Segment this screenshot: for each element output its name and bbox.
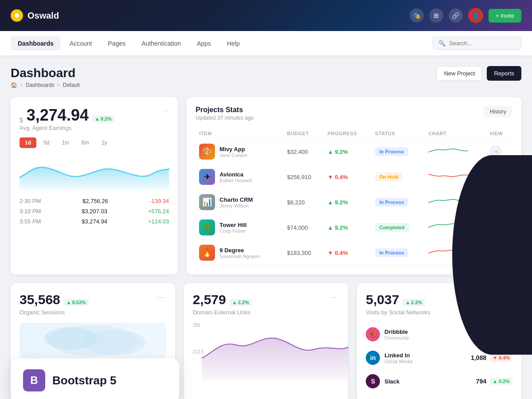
budget-cell-0: $32,400 xyxy=(283,139,324,164)
view-cell-2[interactable]: → xyxy=(486,190,512,215)
col-budget: BUDGET xyxy=(283,128,324,139)
logo-text: Oswald xyxy=(27,11,59,21)
time-tab-1y[interactable]: 1y xyxy=(96,137,113,148)
time-tab-5d[interactable]: 5d xyxy=(38,137,55,148)
social-badge: ▲ 2.2% xyxy=(403,299,425,306)
col-chart: CHART xyxy=(425,128,486,139)
earnings-more-icon[interactable]: ··· xyxy=(162,106,169,115)
breadcrumb: 🏠 > Dashboards > Default xyxy=(11,82,80,88)
time-tab-6m[interactable]: 6m xyxy=(76,137,94,148)
time-3: 3:55 PM xyxy=(20,218,41,225)
progress-cell-3: ▲ 9.2% xyxy=(324,215,372,240)
earnings-row-3: 3:55 PM $3,274.94 +124.03 xyxy=(20,218,169,225)
domain-amount: 2,579 xyxy=(193,292,226,307)
earnings-chart xyxy=(20,155,169,191)
social-count-0: 579 xyxy=(476,331,486,338)
earnings-amount: 3,274.94 xyxy=(27,106,89,125)
time-1: 2:30 PM xyxy=(20,198,41,204)
view-button-3[interactable]: → xyxy=(489,221,502,234)
social-left-1: in Linked In Social Media xyxy=(366,351,412,365)
item-name-2: Charto CRM xyxy=(219,196,253,203)
tab-account[interactable]: Account xyxy=(63,36,99,51)
reports-button[interactable]: Reports xyxy=(487,66,521,81)
domain-badge: ▲ 2.2% xyxy=(230,299,252,306)
social-item-1: in Linked In Social Media 1,088 ▼ 0.4% xyxy=(366,346,512,370)
item-name-1: Avionica xyxy=(219,171,252,178)
col-status: STATUS xyxy=(372,128,425,139)
page-content: Dashboard 🏠 > Dashboards > Default New P… xyxy=(0,55,532,399)
tab-apps[interactable]: Apps xyxy=(190,36,218,51)
status-cell-0: In Process xyxy=(372,139,425,164)
breadcrumb-dashboards[interactable]: Dashboards xyxy=(26,82,55,88)
view-button-2[interactable]: → xyxy=(489,196,502,208)
domain-more-button[interactable]: ··· xyxy=(329,292,339,303)
progress-cell-1: ▼ 0.4% xyxy=(324,164,372,190)
layout-icon[interactable]: ⊞ xyxy=(429,8,443,23)
col-progress: PROGRESS xyxy=(324,128,372,139)
search-input[interactable] xyxy=(449,40,516,47)
page-title-section: Dashboard 🏠 > Dashboards > Default xyxy=(11,66,80,88)
tab-authentication[interactable]: Authentication xyxy=(134,36,188,51)
domain-label: Domain External Links xyxy=(193,309,340,316)
view-button-1[interactable]: → xyxy=(489,171,502,183)
projects-table: ITEM BUDGET PROGRESS STATUS CHART VIEW 🎨… xyxy=(196,128,512,266)
currency-symbol: $ xyxy=(20,117,23,124)
social-count-1: 1,088 xyxy=(471,354,486,361)
sessions-more-button[interactable]: ··· xyxy=(156,292,166,303)
projects-subtitle: Updated 37 minutes ago xyxy=(196,115,254,121)
bootstrap-text: Bootstrap 5 xyxy=(52,374,116,387)
item-name-3: Tower Hill xyxy=(219,222,246,228)
social-label: Visits by Social Networks xyxy=(366,309,512,316)
view-cell-1[interactable]: → xyxy=(486,164,512,190)
change-3: +124.03 xyxy=(148,218,169,225)
social-left-0: 🏀 Dribbble Community xyxy=(366,327,409,341)
status-cell-1: On Hold xyxy=(372,164,425,190)
tab-pages[interactable]: Pages xyxy=(101,36,133,51)
history-button[interactable]: History xyxy=(484,106,512,117)
progress-cell-4: ▼ 0.4% xyxy=(324,240,372,266)
status-cell-4: In Process xyxy=(372,240,425,266)
share-icon[interactable]: 🔗 xyxy=(449,8,463,23)
progress-cell-2: ▲ 9.2% xyxy=(324,190,372,215)
new-project-button[interactable]: New Project xyxy=(436,66,482,81)
social-networks-card: ··· 5,037 ▲ 2.2% Visits by Social Networ… xyxy=(357,283,521,399)
item-sub-1: Esther Howard xyxy=(219,178,252,183)
bootstrap-overlay: B Bootstrap 5 xyxy=(11,359,179,399)
view-button-0[interactable]: → xyxy=(489,145,502,158)
social-item-0: 🏀 Dribbble Community 579 ▲ 2.6% xyxy=(366,323,512,346)
breadcrumb-default: Default xyxy=(63,82,80,88)
bottom-cards-row: ··· 35,568 ▲ 8.02% Organic Sessions Cana… xyxy=(11,283,521,399)
table-row: 📊 Charto CRM Jenny Wilson $8,220 ▲ 9.2% … xyxy=(196,190,512,215)
view-cell-0[interactable]: → xyxy=(486,139,512,164)
status-cell-2: In Process xyxy=(372,190,425,215)
social-more-button[interactable]: ··· xyxy=(502,292,512,303)
change-2: +576.24 xyxy=(148,208,169,215)
domain-chart: 250 212.5 xyxy=(193,323,340,380)
domain-amount-row: 2,579 ▲ 2.2% xyxy=(193,292,329,309)
item-sub-0: Jane Cooper xyxy=(219,153,247,158)
view-cell-3[interactable]: → xyxy=(486,215,512,240)
social-right-2: 794 ▲ 0.2% xyxy=(476,378,512,385)
table-row: ✈ Avionica Esther Howard $256,910 ▼ 0.4%… xyxy=(196,164,512,190)
budget-cell-3: $74,000 xyxy=(283,215,324,240)
avatar[interactable]: 👤 xyxy=(468,8,483,23)
time-tab-1d[interactable]: 1d xyxy=(20,137,36,148)
mask-icon[interactable]: 🎭 xyxy=(410,8,424,23)
col-item: ITEM xyxy=(196,128,283,139)
item-thumb-2: 📊 xyxy=(199,194,215,210)
social-left-2: S Slack xyxy=(366,374,399,388)
earnings-badge: ▲ 9.2% xyxy=(92,115,114,122)
item-cell-1: ✈ Avionica Esther Howard xyxy=(196,164,283,190)
view-button-4[interactable]: → xyxy=(489,246,502,259)
time-tabs: 1d 5d 1m 6m 1y xyxy=(20,137,169,148)
tab-dashboards[interactable]: Dashboards xyxy=(11,36,61,51)
invite-button[interactable]: + Invite xyxy=(489,9,521,23)
tab-help[interactable]: Help xyxy=(220,36,247,51)
search-box[interactable]: 🔍 xyxy=(433,37,521,50)
breadcrumb-home-icon: 🏠 xyxy=(11,82,17,88)
view-cell-4[interactable]: → xyxy=(486,240,512,266)
time-tab-1m[interactable]: 1m xyxy=(56,137,74,148)
projects-title: Projects Stats xyxy=(196,106,254,114)
table-row: 🌿 Tower Hill Cody Fisher $74,000 ▲ 9.2% … xyxy=(196,215,512,240)
item-cell-4: 🔥 9 Degree Savannah Nguyen xyxy=(196,240,283,266)
